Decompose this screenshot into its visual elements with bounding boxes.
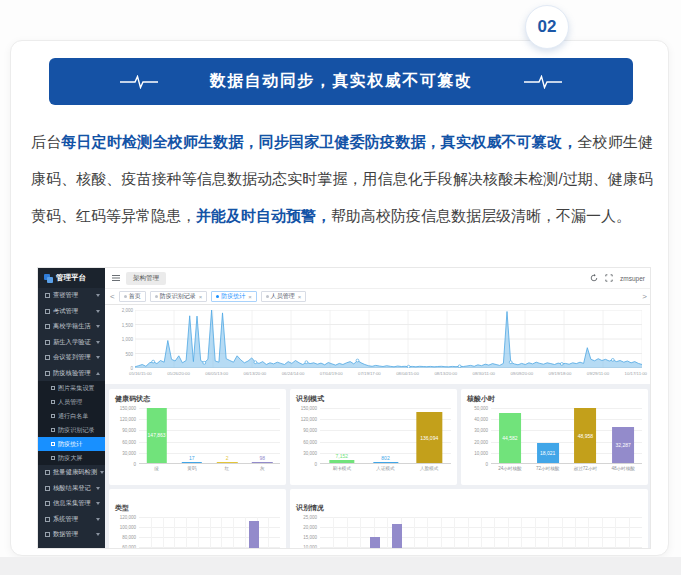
dashboard-main: 架构管理 zmsuper < 首页防疫识别记录×防疫统计×人 [105, 268, 651, 549]
tab-label: 防疫统计 [221, 292, 245, 301]
y-tick-label: 30,000 [303, 451, 317, 456]
bar [329, 460, 354, 463]
gridline [481, 517, 482, 549]
x-tick-label: 08/04/15:00 [396, 371, 419, 376]
plot-area: 44,58218,02148,95832,287 [491, 408, 642, 464]
dashboard-screenshot: 管理平台 查寝管理考试管理离校学籍生活新生入学验证会议签到管理防疫核验管理图片采… [37, 267, 651, 549]
sidebar-item-label: 信息采集管理 [53, 499, 91, 508]
gridline [210, 517, 211, 549]
gridline [427, 517, 428, 549]
y-tick-label: 20,000 [303, 525, 317, 530]
step-number: 02 [538, 17, 557, 37]
sidebar-item-查寝管理[interactable]: 查寝管理 [38, 288, 105, 304]
gridline [615, 517, 616, 549]
app-title: 管理平台 [56, 273, 86, 283]
x-category-label: 红 [210, 464, 245, 471]
refresh-icon[interactable] [590, 274, 598, 282]
chart-icon [45, 532, 50, 537]
sidebar-item-防疫识别记录[interactable]: 防疫识别记录 [38, 423, 105, 437]
y-tick-label: 25,000 [303, 515, 317, 520]
bar-value-label: 7,152 [336, 453, 349, 459]
collapse-menu-icon[interactable] [112, 274, 120, 282]
sidebar-item-离校学籍生活[interactable]: 离校学籍生活 [38, 319, 105, 335]
sidebar-item-防疫核验管理[interactable]: 防疫核验管理 [38, 366, 105, 382]
y-tick-label: 120,000 [120, 417, 136, 422]
gridline [360, 517, 361, 549]
y-tick-label: 20,000 [474, 440, 488, 445]
tab-dot-icon [124, 295, 127, 298]
y-tick-label: 120,000 [301, 417, 317, 422]
gridline [387, 517, 388, 549]
tabs-scroll-left-icon[interactable]: < [110, 292, 115, 301]
tab-close-icon[interactable]: × [199, 294, 203, 300]
gridline [575, 517, 576, 549]
x-tick-label: 09/09/20:00 [510, 371, 533, 376]
gridline [198, 517, 199, 549]
sidebar-item-防疫大屏[interactable]: 防疫大屏 [38, 451, 105, 465]
bar-column: 48,958 [567, 408, 605, 463]
x-category-label: 黄码 [174, 464, 209, 471]
tab-dot-icon [216, 295, 219, 298]
tab-label: 防疫识别记录 [160, 292, 196, 301]
panel-recognition-status: 识别情况 25,00020,00015,00010,0005,0000 [290, 489, 648, 549]
x-tick-label: 05/16/15:00 [129, 371, 152, 376]
sidebar-item-核酸结果登记[interactable]: 核酸结果登记 [38, 481, 105, 497]
tab-防疫统计[interactable]: 防疫统计× [211, 291, 257, 302]
gridline [454, 517, 455, 549]
sidebar-item-考试管理[interactable]: 考试管理 [38, 304, 105, 320]
sidebar-item-信息采集管理[interactable]: 信息采集管理 [38, 496, 105, 512]
y-tick-label: 100,000 [120, 525, 136, 530]
tab-close-icon[interactable]: × [298, 294, 302, 300]
body-text: 后台 [31, 133, 61, 150]
tab-close-icon[interactable]: × [248, 294, 252, 300]
bar: 32,287 [612, 427, 634, 463]
y-tick-label: 60,000 [122, 545, 136, 549]
y-axis: 25,00020,00015,00010,0005,0000 [296, 517, 320, 549]
tab-防疫识别记录[interactable]: 防疫识别记录× [150, 291, 208, 302]
pulse-icon [119, 75, 159, 89]
page: 02 数据自动同步，真实权威不可篡改 后台每日定时检测全校师生数据，同步国家卫健… [0, 0, 681, 575]
sidebar-item-图片采集设置[interactable]: 图片采集设置 [38, 381, 105, 395]
bar [217, 462, 237, 463]
sidebar-item-防疫统计[interactable]: 防疫统计 [38, 437, 105, 451]
bar-column: 802 [364, 408, 408, 463]
bar-column: 2 [210, 408, 245, 463]
panel-title: 识别模式 [296, 394, 451, 404]
gridline [333, 517, 334, 549]
bar-value-label: 98 [260, 455, 266, 461]
y-axis: 50,00040,00030,00020,00010,0000 [467, 408, 491, 464]
bar-column: 7,152 [320, 408, 364, 463]
fullscreen-icon[interactable] [605, 274, 613, 282]
bar-column: 147,863 [139, 408, 174, 463]
gridline [186, 517, 187, 549]
sidebar-item-批量健康码检测[interactable]: 批量健康码检测 [38, 465, 105, 481]
menu-dot-icon [51, 386, 55, 390]
y-tick-label: 30,000 [474, 428, 488, 433]
section-banner: 数据自动同步，真实权威不可篡改 [49, 58, 633, 105]
gridline [602, 517, 603, 549]
menu-tab[interactable]: 架构管理 [126, 272, 166, 285]
gridline [521, 517, 522, 549]
tab-人员管理[interactable]: 人员管理× [261, 291, 307, 302]
tab-label: 人员管理 [271, 292, 295, 301]
x-tick-label: 09/19/18:00 [549, 371, 572, 376]
sidebar-item-数据管理[interactable]: 数据管理 [38, 527, 105, 543]
sidebar-item-人员管理[interactable]: 人员管理 [38, 395, 105, 409]
x-category-label: 超过72小时 [567, 464, 605, 471]
sidebar-item-会议签到管理[interactable]: 会议签到管理 [38, 350, 105, 366]
sidebar-item-新生入学验证[interactable]: 新生入学验证 [38, 335, 105, 351]
dashboard-toolbar: 架构管理 zmsuper [105, 268, 651, 289]
y-tick-label: 0 [314, 462, 317, 467]
menu-dot-icon [51, 456, 55, 460]
username[interactable]: zmsuper [620, 275, 645, 282]
gridline [174, 517, 175, 549]
tab-首页[interactable]: 首页 [119, 291, 146, 302]
tabs-scroll-right-icon[interactable]: > [642, 292, 647, 301]
sidebar-item-系统管理[interactable]: 系统管理 [38, 512, 105, 528]
bar [392, 524, 402, 549]
sidebar-item-通行白名单[interactable]: 通行白名单 [38, 409, 105, 423]
trend-x-axis: 05/16/15:0005/26/20:0006/05/13:0006/13/2… [129, 371, 647, 376]
panel-nucleic-acid-hours: 核酸小时 50,00040,00030,00020,00010,000044,5… [461, 389, 648, 485]
y-axis: 150,000120,00090,00060,00030,0000 [296, 408, 320, 464]
bar-value-label: 48,958 [578, 433, 593, 439]
